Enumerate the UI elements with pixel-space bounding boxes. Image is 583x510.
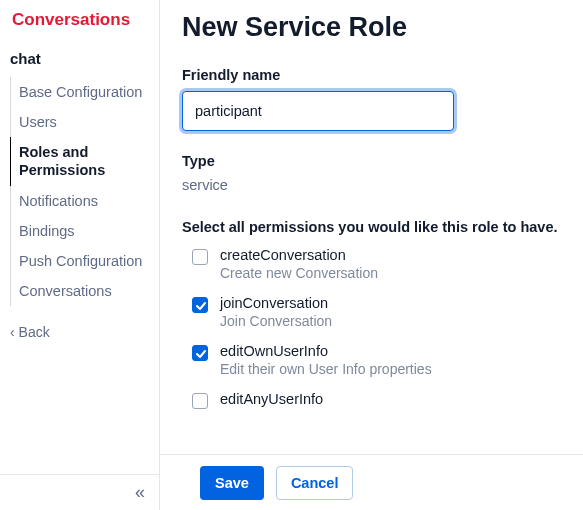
sidebar-collapse-button[interactable]: « [0, 474, 159, 510]
sidebar-item-push-configuration[interactable]: Push Configuration [10, 246, 153, 276]
permission-desc: Create new Conversation [220, 265, 378, 281]
cancel-button[interactable]: Cancel [276, 466, 354, 500]
sidebar-item-roles-and-permissions[interactable]: Roles and Permissions [10, 137, 153, 185]
permission-name: editOwnUserInfo [220, 343, 432, 359]
sidebar-item-conversations[interactable]: Conversations [10, 276, 153, 306]
sidebar-nav: Base Configuration Users Roles and Permi… [0, 77, 159, 306]
permissions-list: createConversation Create new Conversati… [182, 247, 561, 409]
sidebar-section-label: chat [0, 46, 159, 77]
permission-desc: Edit their own User Info properties [220, 361, 432, 377]
chevron-left-icon: ‹ [10, 324, 19, 340]
type-label: Type [182, 153, 561, 169]
permission-row-joinConversation: joinConversation Join Conversation [192, 295, 561, 329]
permission-desc: Join Conversation [220, 313, 332, 329]
permission-name: editAnyUserInfo [220, 391, 323, 407]
permission-row-editOwnUserInfo: editOwnUserInfo Edit their own User Info… [192, 343, 561, 377]
check-icon [195, 348, 207, 360]
page-title: New Service Role [182, 12, 561, 43]
save-button[interactable]: Save [200, 466, 264, 500]
checkbox-joinConversation[interactable] [192, 297, 208, 313]
permission-name: joinConversation [220, 295, 332, 311]
sidebar-item-bindings[interactable]: Bindings [10, 216, 153, 246]
back-link[interactable]: ‹ Back [0, 306, 159, 350]
permission-name: createConversation [220, 247, 378, 263]
checkbox-editOwnUserInfo[interactable] [192, 345, 208, 361]
main-content: New Service Role Friendly name Type serv… [160, 0, 583, 510]
type-value: service [182, 177, 561, 193]
sidebar-item-notifications[interactable]: Notifications [10, 186, 153, 216]
permission-row-createConversation: createConversation Create new Conversati… [192, 247, 561, 281]
friendly-name-input[interactable] [182, 91, 454, 131]
sidebar: Conversations chat Base Configuration Us… [0, 0, 160, 510]
checkbox-createConversation[interactable] [192, 249, 208, 265]
back-label: Back [19, 324, 50, 340]
permissions-instruction: Select all permissions you would like th… [182, 219, 561, 235]
sidebar-item-users[interactable]: Users [10, 107, 153, 137]
permission-row-editAnyUserInfo: editAnyUserInfo [192, 391, 561, 409]
sidebar-title: Conversations [0, 0, 159, 46]
check-icon [195, 300, 207, 312]
sidebar-item-base-configuration[interactable]: Base Configuration [10, 77, 153, 107]
checkbox-editAnyUserInfo[interactable] [192, 393, 208, 409]
button-bar: Save Cancel [160, 454, 583, 510]
collapse-icon: « [135, 482, 145, 503]
friendly-name-label: Friendly name [182, 67, 561, 83]
